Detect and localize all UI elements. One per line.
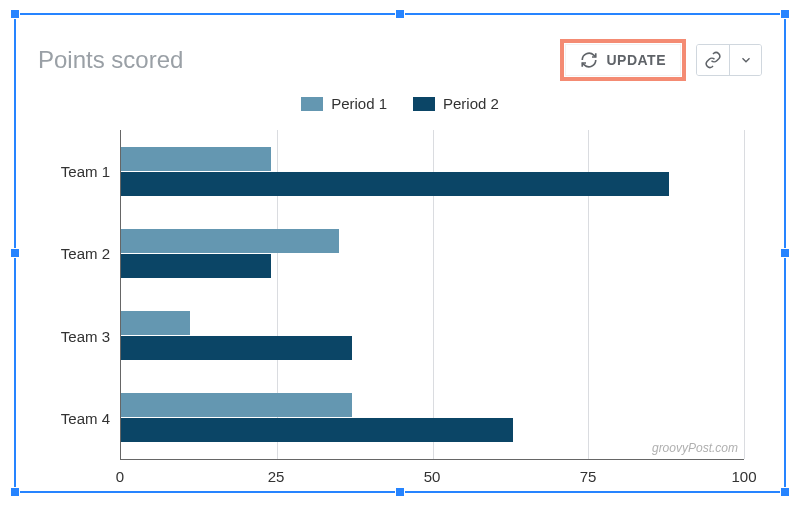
update-label: UPDATE	[606, 52, 666, 68]
y-tick-team-2: Team 2	[50, 245, 110, 262]
bar-group	[121, 229, 744, 278]
selection-frame[interactable]: Points scored UPDATE	[14, 13, 786, 493]
link-options	[696, 44, 762, 76]
link-button[interactable]	[697, 45, 729, 75]
resize-handle-top-right[interactable]	[780, 9, 790, 19]
bar-group	[121, 393, 744, 442]
chart-title: Points scored	[38, 46, 183, 74]
x-tick-50: 50	[424, 468, 441, 485]
refresh-icon	[580, 51, 598, 69]
y-axis-labels: Team 1 Team 2 Team 3 Team 4	[50, 130, 120, 460]
gridline-100	[744, 130, 745, 459]
bar-group	[121, 311, 744, 360]
chart-panel: Points scored UPDATE	[32, 31, 768, 473]
x-tick-0: 0	[116, 468, 124, 485]
legend-swatch-2	[413, 97, 435, 111]
chevron-down-icon	[739, 53, 753, 67]
legend-swatch-1	[301, 97, 323, 111]
y-tick-team-3: Team 3	[50, 328, 110, 345]
bar-rows	[121, 130, 744, 459]
update-button[interactable]: UPDATE	[565, 44, 681, 76]
legend-label-1: Period 1	[331, 95, 387, 112]
y-tick-team-1: Team 1	[50, 163, 110, 180]
legend: Period 1 Period 2	[32, 95, 768, 112]
y-tick-team-4: Team 4	[50, 410, 110, 427]
chart-toolbar: UPDATE	[560, 39, 762, 81]
bar-period-2[interactable]	[121, 172, 669, 196]
plot-area: Team 1 Team 2 Team 3 Team 4	[50, 130, 744, 460]
legend-item-period-2[interactable]: Period 2	[413, 95, 499, 112]
x-tick-75: 75	[580, 468, 597, 485]
link-icon	[704, 51, 722, 69]
resize-handle-middle-right[interactable]	[780, 248, 790, 258]
bar-period-1[interactable]	[121, 229, 339, 253]
bar-period-1[interactable]	[121, 147, 271, 171]
bar-period-2[interactable]	[121, 254, 271, 278]
bar-period-2[interactable]	[121, 336, 352, 360]
legend-item-period-1[interactable]: Period 1	[301, 95, 387, 112]
resize-handle-bottom-middle[interactable]	[395, 487, 405, 497]
bar-group	[121, 147, 744, 196]
legend-label-2: Period 2	[443, 95, 499, 112]
chart-header: Points scored UPDATE	[32, 31, 768, 85]
update-highlight: UPDATE	[560, 39, 686, 81]
resize-handle-bottom-right[interactable]	[780, 487, 790, 497]
bar-period-1[interactable]	[121, 311, 190, 335]
watermark: groovyPost.com	[652, 441, 738, 455]
resize-handle-bottom-left[interactable]	[10, 487, 20, 497]
x-axis: 0 25 50 75 100	[120, 468, 744, 488]
resize-handle-middle-left[interactable]	[10, 248, 20, 258]
dropdown-button[interactable]	[729, 45, 761, 75]
x-tick-25: 25	[268, 468, 285, 485]
resize-handle-top-middle[interactable]	[395, 9, 405, 19]
bar-period-2[interactable]	[121, 418, 513, 442]
resize-handle-top-left[interactable]	[10, 9, 20, 19]
x-tick-100: 100	[731, 468, 756, 485]
grid	[120, 130, 744, 460]
bar-period-1[interactable]	[121, 393, 352, 417]
